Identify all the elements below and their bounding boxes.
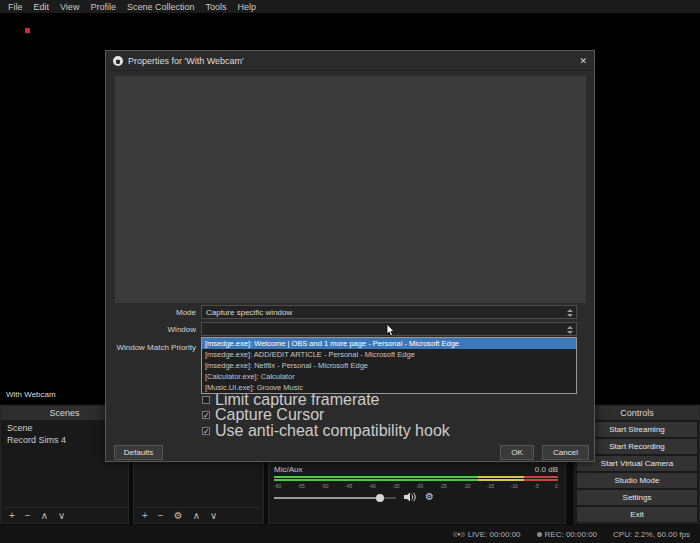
dropdown-item[interactable]: [msedge.exe]: Netflix - Personal - Micro… [202, 360, 576, 371]
volume-slider-handle[interactable] [376, 494, 384, 502]
mixer-source-name: Mic/Aux [274, 465, 302, 474]
live-status: ((●)) LIVE: 00:00:00 [453, 530, 521, 539]
remove-scene-icon[interactable]: − [25, 510, 31, 521]
rec-status: REC: 00:00:00 [537, 530, 597, 539]
ok-button[interactable]: OK [500, 445, 534, 460]
add-source-icon[interactable]: + [142, 510, 148, 521]
settings-button[interactable]: Settings [577, 490, 697, 505]
menu-help[interactable]: Help [237, 2, 256, 12]
defaults-button[interactable]: Defaults [114, 445, 163, 460]
mouse-cursor-icon [386, 324, 395, 337]
obs-logo-icon [113, 56, 123, 66]
menu-bar: File Edit View Profile Scene Collection … [0, 0, 700, 13]
menu-edit[interactable]: Edit [34, 2, 50, 12]
menu-tools[interactable]: Tools [205, 2, 226, 12]
sources-toolbar: + − ⚙ ∧ ∨ [134, 507, 263, 523]
window-dropdown-list: [msedge.exe]: Welcome | OBS and 1 more p… [201, 337, 577, 394]
mode-value: Capture specific window [206, 308, 292, 317]
start-recording-button[interactable]: Start Recording [577, 439, 697, 454]
source-move-up-icon[interactable]: ∧ [193, 510, 200, 521]
mixer-gear-icon[interactable]: ⚙ [425, 492, 434, 502]
studio-mode-button[interactable]: Studio Mode [577, 473, 697, 488]
capture-cursor-checkbox[interactable]: ✓ [202, 411, 210, 419]
obs-main-window: File Edit View Profile Scene Collection … [0, 0, 700, 543]
mixer-db-value: 0.0 dB [535, 465, 558, 474]
mixer-slider-row: ⚙ [274, 492, 434, 502]
speaker-icon[interactable] [404, 492, 417, 502]
anti-cheat-label: Use anti-cheat compatibility hook [215, 422, 450, 440]
start-virtual-camera-button[interactable]: Start Virtual Camera [577, 456, 697, 471]
start-streaming-button[interactable]: Start Streaming [577, 422, 697, 437]
limit-framerate-checkbox[interactable] [202, 396, 210, 404]
source-label: With Webcam [6, 390, 56, 399]
status-bar: ((●)) LIVE: 00:00:00 REC: 00:00:00 CPU: … [0, 525, 700, 543]
meter-bar-left [274, 476, 558, 478]
cancel-button[interactable]: Cancel [542, 445, 589, 460]
scene-move-down-icon[interactable]: ∨ [58, 510, 65, 521]
meter-bar-right [274, 479, 558, 481]
dialog-title: Properties for 'With Webcam' [128, 56, 244, 66]
meter-scale: -60 -55 -50 -45 -40 -35 -30 -25 -20 -15 … [274, 483, 558, 489]
properties-dialog: Properties for 'With Webcam' ✕ Mode Capt… [105, 50, 595, 462]
rec-time: REC: 00:00:00 [545, 530, 597, 539]
menu-profile[interactable]: Profile [90, 2, 116, 12]
spinner-icon[interactable] [567, 309, 573, 317]
menu-file[interactable]: File [8, 2, 23, 12]
volume-slider[interactable] [274, 493, 396, 502]
menu-view[interactable]: View [60, 2, 79, 12]
close-icon[interactable]: ✕ [579, 56, 587, 66]
dropdown-item[interactable]: [msedge.exe]: Welcome | OBS and 1 more p… [202, 338, 576, 349]
menu-scene-collection[interactable]: Scene Collection [127, 2, 195, 12]
remove-source-icon[interactable]: − [158, 510, 164, 521]
live-icon: ((●)) [453, 531, 465, 537]
volume-meter [274, 476, 558, 482]
mode-select[interactable]: Capture specific window [201, 305, 577, 319]
dropdown-item[interactable]: [Calculator.exe]: Calculator [202, 371, 576, 382]
dialog-titlebar[interactable]: Properties for 'With Webcam' ✕ [106, 51, 594, 71]
mixer-source-row: Mic/Aux 0.0 dB [274, 465, 558, 474]
window-match-priority-label: Window Match Priority [108, 343, 196, 352]
scene-move-up-icon[interactable]: ∧ [41, 510, 48, 521]
scenes-toolbar: + − ∧ ∨ [1, 507, 128, 523]
spinner-icon[interactable] [567, 326, 573, 334]
source-properties-gear-icon[interactable]: ⚙ [174, 510, 183, 521]
live-time: LIVE: 00:00:00 [468, 530, 521, 539]
anti-cheat-row[interactable]: ✓ Use anti-cheat compatibility hook [202, 426, 450, 436]
dropdown-item[interactable]: [Music.UI.exe]: Groove Music [202, 382, 576, 393]
rec-icon [537, 532, 542, 537]
anti-cheat-checkbox[interactable]: ✓ [202, 427, 210, 435]
window-label: Window [108, 325, 196, 334]
cpu-fps-status: CPU: 2.2%, 60.00 fps [613, 530, 690, 539]
window-select[interactable] [201, 322, 577, 336]
exit-button[interactable]: Exit [577, 507, 697, 522]
capture-preview [115, 76, 586, 303]
add-scene-icon[interactable]: + [9, 510, 15, 521]
dropdown-item[interactable]: [msedge.exe]: ADD/EDIT ARTICLE - Persona… [202, 349, 576, 360]
mode-label: Mode [108, 308, 196, 317]
limit-framerate-row[interactable]: Limit capture framerate [202, 395, 380, 405]
record-indicator-dot [25, 28, 30, 33]
source-move-down-icon[interactable]: ∨ [210, 510, 217, 521]
capture-cursor-row[interactable]: ✓ Capture Cursor [202, 410, 324, 420]
